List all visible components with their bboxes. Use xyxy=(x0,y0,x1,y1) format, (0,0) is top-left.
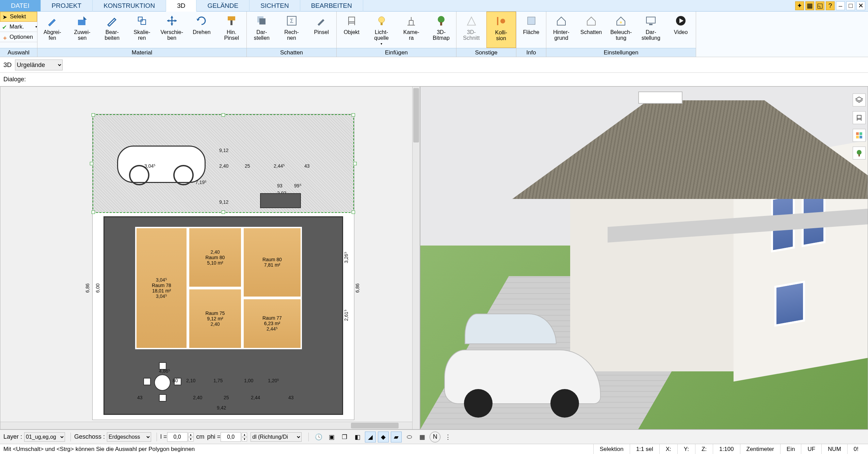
btn-rechnen[interactable]: ΣRech- nen xyxy=(277,12,307,48)
tab-bearbeiten[interactable]: BEARBEITEN xyxy=(300,0,363,12)
l-input[interactable] xyxy=(167,432,188,442)
handle-w[interactable] xyxy=(90,162,93,165)
maximize-button[interactable]: □ xyxy=(846,1,855,10)
tab-datei[interactable]: DATEI xyxy=(0,0,41,12)
section-icon xyxy=(464,14,479,28)
btn-verschieben[interactable]: Verschie- ben xyxy=(157,12,187,48)
btn-kamera[interactable]: Kame- ra xyxy=(397,12,427,48)
btn-kollision[interactable]: Kolli- sion xyxy=(486,12,516,48)
btn-bitmap[interactable]: 3D- Bitmap xyxy=(426,12,456,48)
svg-rect-25 xyxy=(859,136,862,138)
svg-rect-22 xyxy=(856,132,859,135)
btn-bearbeiten[interactable]: Bear- beiten xyxy=(97,12,127,48)
eyedropper-icon xyxy=(45,14,60,28)
handle-s[interactable] xyxy=(222,211,225,214)
options-button[interactable]: ＋Optionen xyxy=(0,32,37,42)
hscroll-thumb[interactable] xyxy=(351,423,399,428)
btn-objekt[interactable]: Objekt xyxy=(337,12,367,48)
patio-chair xyxy=(143,378,151,385)
tab-gelaende[interactable]: GELÄNDE xyxy=(196,0,250,12)
tab-konstruktion[interactable]: KONSTRUKTION xyxy=(93,0,166,12)
handle-ne[interactable] xyxy=(352,113,355,117)
right-toolbar xyxy=(853,94,866,159)
room-e: Raum 776,23 m²2,44⁵ xyxy=(242,298,302,349)
view-3d-viewport[interactable] xyxy=(420,86,868,430)
mark-button[interactable]: ✔Mark.▾ xyxy=(0,22,37,32)
btn-hinpinsel[interactable]: Hin. Pinsel xyxy=(216,12,246,48)
mode-select[interactable]: dl (Richtung/Di xyxy=(251,432,302,442)
bottom-toolbar: Layer : 01_ug,eg,og Geschoss : Erdgescho… xyxy=(0,430,868,444)
handle-nw[interactable] xyxy=(92,113,95,117)
minimize-button[interactable]: – xyxy=(836,1,845,10)
phi-input[interactable] xyxy=(221,432,241,442)
svg-point-12 xyxy=(438,16,445,23)
handle-se[interactable] xyxy=(352,211,355,214)
handle-sw[interactable] xyxy=(92,211,95,214)
btn-flaeche[interactable]: Fläche xyxy=(516,12,546,48)
more-icon[interactable]: ⋮ xyxy=(443,432,453,442)
btn-darstellung[interactable]: Dar- stellung xyxy=(636,12,666,48)
chair-view-icon[interactable] xyxy=(853,111,866,124)
l-spinner[interactable]: ▴▾ xyxy=(188,433,194,441)
btn-skalieren[interactable]: Skalie- ren xyxy=(127,12,157,48)
dim-bot8: 2,44 xyxy=(251,395,260,400)
monitor-icon xyxy=(644,14,658,28)
svg-rect-27 xyxy=(858,154,860,156)
svg-rect-0 xyxy=(78,20,85,25)
grid-layers-icon[interactable]: ◧ xyxy=(352,432,363,442)
tab-3d[interactable]: 3D xyxy=(166,0,196,12)
ortho-icon[interactable]: ◢ xyxy=(365,432,376,442)
window-3d xyxy=(774,281,805,327)
snap3-icon[interactable]: ▰ xyxy=(391,432,402,442)
handle-n[interactable] xyxy=(222,113,225,117)
plan-hscroll[interactable] xyxy=(0,422,412,429)
btn-drehen[interactable]: Drehen xyxy=(187,12,217,48)
btn-darstellen[interactable]: Dar- stellen xyxy=(247,12,277,48)
btn-schatten2[interactable]: Schatten xyxy=(576,12,606,48)
titlebar-btn-2[interactable]: ▦ xyxy=(805,1,814,10)
select-button[interactable]: ➤Selekt xyxy=(0,12,37,22)
snap4-icon[interactable]: ⬭ xyxy=(404,432,415,442)
grid-icon[interactable]: ▦ xyxy=(417,432,428,442)
help-button[interactable]: ? xyxy=(826,1,835,10)
btn-hintergrund[interactable]: Hinter- grund xyxy=(546,12,576,48)
north-icon[interactable]: N xyxy=(430,432,440,442)
handle-e[interactable] xyxy=(353,162,357,165)
palette-icon[interactable] xyxy=(853,129,866,142)
status-on: Ein xyxy=(780,444,801,454)
room-a: 3,04⁵ Raum 7818,01 m² 3,04⁵ xyxy=(135,227,188,349)
edit-icon xyxy=(105,14,119,28)
clock-icon[interactable]: 🕓 xyxy=(313,432,324,442)
titlebar-btn-3[interactable]: ◱ xyxy=(816,1,824,10)
snap-icon[interactable]: ▣ xyxy=(326,432,337,442)
plan-vscroll[interactable] xyxy=(412,87,420,429)
layers-icon[interactable] xyxy=(853,94,866,106)
selected-terrain-area[interactable]: 9,12 3,04⁵ 2,40 25 2,44⁵ 43 7,19⁵ 93 99⁵… xyxy=(93,114,354,213)
snap2-icon[interactable]: ◆ xyxy=(378,432,389,442)
btn-beleuchtung[interactable]: Beleuch- tung xyxy=(606,12,636,48)
geschoss-select[interactable]: Erdgeschoss xyxy=(107,432,151,442)
close-button[interactable]: ✕ xyxy=(856,1,865,10)
tab-projekt[interactable]: PROJEKT xyxy=(41,0,93,12)
tab-sichten[interactable]: SICHTEN xyxy=(250,0,300,12)
btn-lichtquelle[interactable]: Licht- quelle▾ xyxy=(367,12,397,48)
btn-schnitt[interactable]: 3D- Schnitt xyxy=(456,12,486,48)
plan-2d-viewport[interactable]: 9,12 3,04⁵ 2,40 25 2,44⁵ 43 7,19⁵ 93 99⁵… xyxy=(0,86,420,430)
btn-video[interactable]: Video xyxy=(666,12,696,48)
titlebar-btn-1[interactable]: ✦ xyxy=(795,1,804,10)
vscroll-thumb[interactable] xyxy=(413,88,419,142)
btn-pinsel[interactable]: Pinsel xyxy=(306,12,336,48)
phi-spinner[interactable]: ▴▾ xyxy=(242,433,247,441)
dim-side1: 6,86 xyxy=(85,283,90,292)
layers2-icon[interactable]: ❐ xyxy=(339,432,350,442)
btn-zuweisen[interactable]: Zuwei- sen xyxy=(67,12,97,48)
dim-bot4: 1,00 xyxy=(244,378,253,383)
group-sonstige: 3D- Schnitt Kolli- sion Sonstige xyxy=(456,12,516,57)
check-icon: ✔ xyxy=(2,24,8,30)
btn-abgreifen[interactable]: Abgrei- fen xyxy=(37,12,67,48)
layer-select[interactable]: 01_ug,eg,og xyxy=(24,432,65,442)
room-c: Raum 759,12 m²2,40 xyxy=(188,288,242,349)
house-plan-area: 3,04⁵ Raum 7818,01 m² 3,04⁵ 2,40Raum 805… xyxy=(103,216,343,415)
tree-view-icon[interactable] xyxy=(853,147,866,159)
storey-select[interactable]: Urgelände xyxy=(15,60,63,70)
